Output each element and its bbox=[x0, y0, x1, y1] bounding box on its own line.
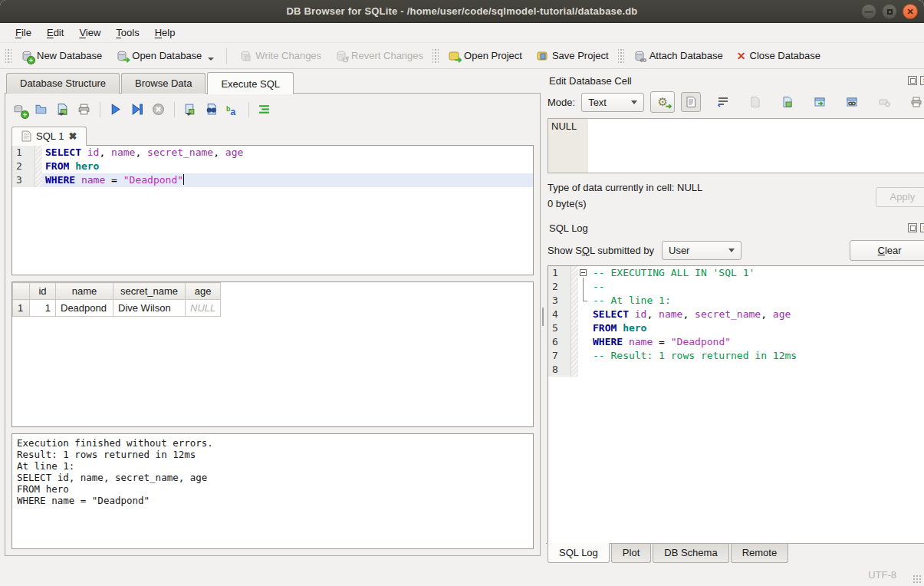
tab-remote[interactable]: Remote bbox=[731, 544, 789, 563]
table-cell[interactable]: Deadpond bbox=[56, 300, 113, 317]
table-cell[interactable]: Dive Wilson bbox=[113, 300, 186, 317]
dock-close-icon[interactable]: × bbox=[920, 223, 924, 232]
line-number: 2 bbox=[12, 160, 35, 173]
code-text: WHERE name = "Deadpond" bbox=[42, 173, 533, 187]
main-area: Database Structure Browse Data Execute S… bbox=[0, 69, 924, 564]
grid-corner[interactable] bbox=[13, 283, 30, 300]
dock-float-icon[interactable] bbox=[908, 76, 917, 85]
code-line: 3WHERE name = "Deadpond" bbox=[12, 173, 533, 187]
submitted-by-select[interactable]: User bbox=[662, 241, 742, 260]
open-tab-icon[interactable]: + bbox=[13, 103, 27, 117]
edit-cell-title: Edit Database Cell bbox=[549, 75, 908, 87]
auto-apply-button[interactable]: ⚙➜ bbox=[650, 91, 675, 113]
cell-editor-text-area[interactable] bbox=[588, 119, 924, 173]
link-icon[interactable] bbox=[842, 92, 862, 112]
code-text: -- Result: 1 rows returned in 12ms bbox=[590, 349, 924, 363]
attach-database-button[interactable]: ∞ Attach Database bbox=[626, 47, 730, 65]
print-icon[interactable] bbox=[906, 92, 924, 112]
main-tab-bar: Database Structure Browse Data Execute S… bbox=[5, 71, 541, 94]
tab-database-structure[interactable]: Database Structure bbox=[6, 73, 120, 94]
toolbar-drag-handle[interactable] bbox=[5, 48, 12, 64]
fold-marker-icon[interactable] bbox=[578, 266, 590, 280]
message-line: FROM hero bbox=[17, 483, 528, 495]
open-database-button[interactable]: ➜ Open Database bbox=[109, 47, 221, 65]
fold-guide bbox=[578, 321, 590, 335]
tab-plot[interactable]: Plot bbox=[611, 544, 651, 563]
table-cell[interactable]: NULL bbox=[186, 300, 221, 317]
tab-db-schema[interactable]: DB Schema bbox=[653, 544, 728, 563]
tab-browse-data[interactable]: Browse Data bbox=[121, 73, 206, 94]
new-database-button[interactable]: + New Database bbox=[14, 47, 109, 65]
horizontal-splitter[interactable] bbox=[12, 275, 534, 281]
execute-line-icon[interactable] bbox=[130, 103, 144, 117]
menu-file[interactable]: File bbox=[8, 25, 39, 41]
toolbar-drag-handle[interactable] bbox=[432, 48, 439, 64]
text-mode-icon[interactable] bbox=[681, 92, 701, 112]
table-cell[interactable]: 1 bbox=[30, 300, 56, 317]
open-project-button[interactable]: ➜ Open Project bbox=[441, 47, 529, 65]
fold-guide bbox=[578, 280, 590, 294]
minimize-button[interactable]: — bbox=[861, 4, 876, 19]
menu-view[interactable]: View bbox=[71, 25, 108, 41]
row-header[interactable]: 1 bbox=[13, 300, 30, 317]
tab-sql-log[interactable]: SQL Log bbox=[547, 543, 610, 563]
code-line: 1-- EXECUTING ALL IN 'SQL 1' bbox=[548, 266, 924, 280]
close-button[interactable]: ✕ bbox=[903, 4, 918, 19]
find-replace-icon[interactable]: ba bbox=[226, 103, 240, 117]
execute-all-icon[interactable] bbox=[109, 103, 123, 117]
mode-select[interactable]: Text bbox=[581, 93, 644, 112]
sql-log-view[interactable]: 1-- EXECUTING ALL IN 'SQL 1'2--3-- At li… bbox=[547, 265, 924, 544]
maximize-button[interactable] bbox=[882, 4, 897, 19]
open-database-label: Open Database bbox=[132, 50, 202, 61]
open-database-dropdown-caret[interactable] bbox=[208, 58, 214, 61]
code-line: 2-- bbox=[548, 280, 924, 294]
apply-button: Apply bbox=[876, 187, 924, 207]
chevron-down-icon bbox=[728, 249, 735, 252]
attach-database-label: Attach Database bbox=[649, 50, 723, 61]
toolbar-drag-handle[interactable] bbox=[618, 48, 624, 64]
cell-size-info: 0 byte(s) bbox=[547, 196, 876, 212]
close-database-button[interactable]: ✕ Close Database bbox=[730, 47, 827, 64]
code-line: 8 bbox=[548, 363, 924, 377]
column-header-secret_name[interactable]: secret_name bbox=[113, 283, 186, 300]
dock-close-icon[interactable]: × bbox=[920, 76, 924, 85]
line-number: 2 bbox=[548, 280, 571, 294]
print-icon[interactable] bbox=[77, 103, 91, 117]
message-line: WHERE name = "Deadpond" bbox=[17, 495, 528, 506]
code-text: -- bbox=[590, 280, 924, 294]
open-sql-file-icon[interactable] bbox=[35, 103, 48, 117]
cell-editor[interactable]: NULL bbox=[547, 118, 924, 173]
export-icon[interactable] bbox=[183, 103, 197, 117]
dock-float-icon[interactable] bbox=[908, 223, 917, 232]
clear-button[interactable]: Clear bbox=[850, 240, 924, 261]
export-window-icon[interactable] bbox=[810, 92, 830, 112]
sql-editor[interactable]: 1SELECT id, name, secret_name, age2FROM … bbox=[12, 145, 534, 275]
database-new-icon: + bbox=[21, 50, 33, 62]
tab-execute-sql[interactable]: Execute SQL bbox=[207, 72, 294, 94]
save-icon[interactable] bbox=[778, 92, 797, 112]
line-number: 7 bbox=[548, 349, 571, 363]
set-null-icon bbox=[874, 92, 894, 112]
column-header-name[interactable]: name bbox=[56, 283, 113, 300]
column-header-age[interactable]: age bbox=[186, 283, 221, 300]
status-bar: UTF-8 bbox=[0, 564, 924, 586]
line-number: 5 bbox=[548, 321, 571, 335]
menu-edit[interactable]: Edit bbox=[39, 25, 71, 41]
execution-message-box: Execution finished without errors.Result… bbox=[12, 433, 534, 549]
results-grid: idnamesecret_nameage11DeadpondDive Wilso… bbox=[12, 281, 534, 427]
horizontal-splitter[interactable] bbox=[12, 427, 534, 433]
format-sql-icon[interactable] bbox=[258, 103, 271, 117]
bottom-tab-bar: SQL Log Plot DB Schema Remote bbox=[546, 543, 924, 564]
word-wrap-icon[interactable] bbox=[713, 92, 733, 112]
resize-grip[interactable] bbox=[912, 574, 922, 584]
menu-tools[interactable]: Tools bbox=[108, 25, 146, 41]
menu-help[interactable]: Help bbox=[147, 25, 183, 41]
save-project-button[interactable]: Save Project bbox=[529, 47, 616, 65]
save-project-label: Save Project bbox=[552, 50, 609, 61]
gutter-hatch bbox=[571, 280, 578, 294]
column-header-id[interactable]: id bbox=[30, 283, 56, 300]
sql-tab-sql1[interactable]: SQL 1 ✖ bbox=[12, 127, 87, 146]
find-icon[interactable] bbox=[205, 103, 219, 117]
save-sql-file-icon[interactable] bbox=[56, 103, 70, 117]
sql-tab-close-icon[interactable]: ✖ bbox=[68, 130, 77, 142]
